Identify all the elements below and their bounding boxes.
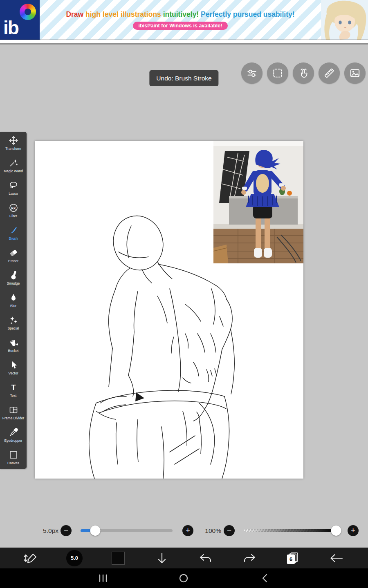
tool-label: Text (10, 394, 17, 398)
tool-blur[interactable]: Blur (0, 289, 27, 312)
tool-label: Filter (9, 214, 17, 218)
canvas-icon (9, 450, 18, 460)
transform-icon (9, 136, 18, 145)
tool-text[interactable]: T Text (0, 379, 27, 401)
select-button[interactable] (267, 62, 288, 84)
ad-character-image (321, 0, 368, 40)
brush-size-slider-thumb[interactable] (90, 526, 101, 536)
undo-toast: Undo: Brush Stroke (149, 70, 218, 86)
ad-banner[interactable]: ib Draw high level illustrations intuiti… (0, 0, 368, 40)
eyedropper-icon (9, 428, 18, 437)
tool-label: Bucket (8, 349, 19, 353)
tool-magic-wand[interactable]: Magic Wand (0, 154, 27, 177)
back-chevron-icon (261, 573, 268, 583)
tool-brush[interactable]: Brush (0, 222, 27, 244)
tool-smudge[interactable]: Smudge (0, 267, 27, 289)
brush-size-value-label: 5.0px (39, 527, 58, 535)
headline-part: Perfectly pursued usability! (201, 10, 295, 18)
back-button[interactable] (329, 548, 344, 568)
svg-text:6: 6 (289, 556, 292, 562)
filter-fx-icon: FX (9, 203, 18, 213)
headline-part: high level illustrations (85, 10, 163, 18)
tool-frame-divider[interactable]: Frame Divider (0, 401, 27, 424)
tool-bucket[interactable]: Bucket (0, 334, 27, 356)
layers-icon: 6 (286, 552, 300, 564)
collapse-panel-button[interactable] (156, 548, 168, 568)
reference-photo (213, 141, 303, 263)
redo-button[interactable] (242, 548, 256, 568)
undo-icon (199, 553, 213, 564)
brush-size-number: 5.0 (71, 555, 78, 561)
drawing-canvas[interactable] (35, 141, 303, 479)
tool-label: Lasso (9, 192, 18, 196)
brush-size-slider[interactable] (81, 529, 173, 532)
color-picker-button[interactable] (112, 548, 125, 568)
ibispaint-logo[interactable]: ib (0, 0, 40, 40)
touch-icon (297, 67, 310, 79)
down-arrow-icon (156, 552, 168, 565)
logo-text: ib (3, 17, 18, 39)
material-image-icon (349, 67, 361, 79)
windows-available-badge[interactable]: ibisPaint for Windows is available! (133, 22, 228, 30)
toggles-icon (246, 67, 258, 79)
tool-label: Eraser (8, 259, 18, 263)
tool-filter[interactable]: FX Filter (0, 199, 27, 222)
opacity-slider-thumb[interactable] (331, 526, 341, 536)
tool-label: Magic Wand (4, 169, 23, 173)
brush-size-increase-button[interactable]: + (182, 525, 193, 536)
brush-size-preview-button[interactable]: 5.0 (66, 548, 83, 568)
tool-label: Frame Divider (2, 416, 24, 420)
tool-eyedropper[interactable]: Eyedropper (0, 424, 27, 446)
palette-icon (20, 4, 36, 20)
touch-gesture-button[interactable] (293, 62, 314, 84)
ibispaint-app: ib Draw high level illustrations intuiti… (0, 0, 368, 588)
nav-back-button[interactable] (261, 568, 268, 588)
recents-icon (98, 574, 108, 582)
brush-size-preview: 5.0 (66, 550, 83, 566)
headline-part: intuitively! (163, 10, 201, 18)
lasso-icon (9, 180, 18, 190)
tool-lasso[interactable]: Lasso (0, 177, 27, 199)
ad-copy: Draw high level illustrations intuitivel… (40, 0, 321, 40)
ruler-button[interactable] (319, 62, 340, 84)
smudge-finger-icon (9, 270, 18, 280)
opacity-increase-button[interactable]: + (348, 525, 359, 536)
text-icon: T (9, 383, 18, 392)
banner-divider (0, 40, 368, 45)
tool-eraser[interactable]: Eraser (0, 244, 27, 267)
home-button[interactable] (179, 568, 188, 588)
android-nav-bar (0, 568, 368, 588)
tool-transform[interactable]: Transform (0, 132, 27, 154)
marquee-select-icon (272, 67, 284, 79)
svg-text:T: T (11, 383, 16, 392)
sparkles-icon (9, 315, 18, 325)
tool-label: Blur (10, 304, 16, 308)
tool-switch-button[interactable] (23, 548, 38, 568)
eraser-icon (9, 248, 18, 258)
layers-button[interactable]: 6 (286, 548, 300, 568)
cursor-icon (9, 360, 18, 370)
bottom-toolbar: 5.0 6 (0, 548, 368, 568)
opacity-slider[interactable] (244, 529, 336, 532)
top-button-row (241, 62, 366, 84)
recents-button[interactable] (98, 568, 108, 588)
tool-vector[interactable]: Vector (0, 356, 27, 379)
svg-text:FX: FX (11, 206, 16, 210)
frame-divider-icon (9, 405, 18, 415)
quick-settings-button[interactable] (241, 62, 263, 84)
tool-label: Vector (8, 371, 18, 375)
material-button[interactable] (344, 62, 366, 84)
tool-sidebar: Transform Magic Wand Lasso FX Filter (0, 132, 27, 469)
opacity-decrease-button[interactable]: − (224, 525, 235, 536)
tool-label: Transform (5, 147, 21, 151)
bucket-icon (9, 338, 18, 347)
headline-part: Draw (66, 10, 85, 18)
current-color-swatch (112, 552, 125, 565)
undo-button[interactable] (199, 548, 213, 568)
left-arrow-icon (329, 553, 344, 563)
ad-headline: Draw high level illustrations intuitivel… (66, 10, 294, 19)
tool-special[interactable]: Special (0, 312, 27, 334)
brush-size-decrease-button[interactable]: − (61, 525, 72, 536)
tool-canvas[interactable]: Canvas (0, 446, 27, 469)
tool-label: Special (8, 326, 19, 330)
